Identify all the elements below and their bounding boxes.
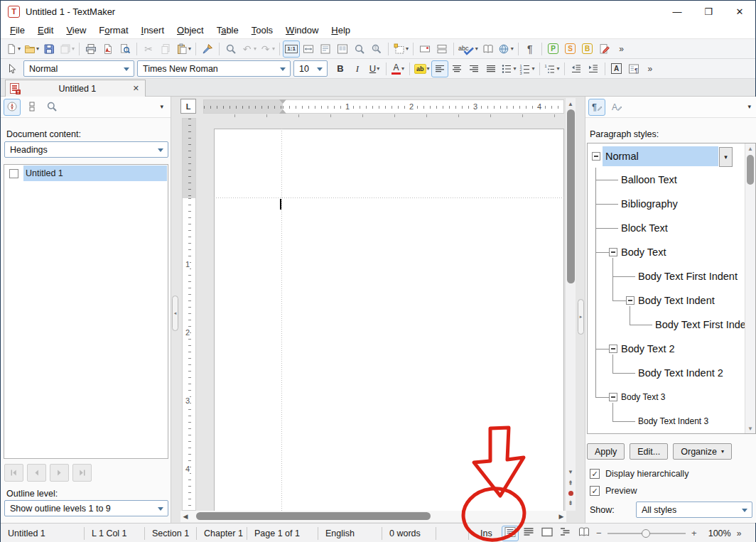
show-styles-select[interactable]: All styles bbox=[636, 502, 752, 518]
zoom-in-button[interactable]: + bbox=[688, 528, 700, 538]
scroll-right-icon[interactable]: ▶ bbox=[556, 513, 566, 520]
scroll-up-icon[interactable]: ▲ bbox=[566, 98, 576, 109]
view-frame-button[interactable] bbox=[539, 526, 556, 541]
numbered-caret-icon[interactable]: ▾ bbox=[532, 65, 535, 72]
style-name[interactable]: Body Text Indent 2 bbox=[638, 367, 723, 379]
edit-button[interactable]: Edit... bbox=[630, 443, 668, 460]
save-all-caret-icon[interactable]: ▾ bbox=[72, 45, 75, 52]
font-color-caret-icon[interactable]: ▾ bbox=[401, 65, 404, 72]
outline-list-button[interactable]: 1▾ bbox=[543, 60, 561, 77]
thesaurus-button[interactable] bbox=[480, 40, 497, 58]
new-document-button[interactable]: ▾ bbox=[4, 40, 22, 58]
panel-search-button[interactable] bbox=[43, 99, 60, 116]
next-page-button[interactable]: ⇟ bbox=[566, 497, 576, 508]
menu-table[interactable]: Table bbox=[210, 23, 245, 37]
insert-frame-button[interactable]: ▾ bbox=[392, 40, 410, 58]
new-document-caret-icon[interactable]: ▾ bbox=[18, 45, 21, 52]
open-folder-caret-icon[interactable]: ▾ bbox=[36, 45, 39, 52]
outline-level-select[interactable]: Show outline levels 1 to 9 bbox=[4, 500, 168, 516]
style-name[interactable]: Normal bbox=[603, 146, 718, 166]
font-size-select[interactable]: 10 bbox=[293, 60, 328, 77]
comment-button[interactable] bbox=[416, 40, 433, 58]
magnifier-plus-button[interactable] bbox=[368, 40, 385, 58]
style-name[interactable]: Body Text bbox=[621, 246, 666, 258]
decrease-indent-button[interactable] bbox=[568, 60, 585, 77]
panel-menu-chevron-icon[interactable]: ▾ bbox=[160, 103, 163, 110]
menu-file[interactable]: File bbox=[4, 23, 31, 37]
menu-window[interactable]: Window bbox=[279, 23, 325, 37]
minimize-button[interactable]: — bbox=[662, 1, 693, 22]
style-tree-item[interactable]: Body Text Indent 3 bbox=[588, 409, 745, 433]
list-item[interactable]: Untitled 1 bbox=[5, 166, 167, 181]
horizontal-ruler[interactable]: 1234 bbox=[203, 99, 564, 114]
zoom-page-width-button[interactable] bbox=[300, 40, 317, 58]
zoom-level[interactable]: 100% bbox=[700, 529, 731, 538]
collapse-expander-icon[interactable] bbox=[609, 393, 617, 401]
zoom-actual-button[interactable]: 1:1 bbox=[283, 40, 300, 58]
style-tree-item[interactable]: Body Text 3 bbox=[588, 385, 745, 409]
apply-button[interactable]: Apply bbox=[587, 443, 625, 460]
format-brush-button[interactable] bbox=[199, 40, 216, 58]
style-name[interactable]: Body Text 3 bbox=[621, 392, 665, 402]
style-dropdown-button[interactable]: ▾ bbox=[719, 147, 733, 167]
font-name-select[interactable]: Times New Roman bbox=[137, 60, 291, 77]
underline-button[interactable]: U▾ bbox=[366, 60, 383, 77]
underline-caret-icon[interactable]: ▾ bbox=[377, 65, 379, 72]
document-content-select[interactable]: Headings bbox=[4, 141, 168, 158]
organize-button[interactable]: Organize▾ bbox=[673, 443, 732, 460]
paste-button[interactable]: ▾ bbox=[174, 40, 193, 58]
tree-scroll-down-icon[interactable]: ▼ bbox=[745, 423, 755, 433]
spellcheck-caret-icon[interactable]: ▾ bbox=[475, 45, 478, 52]
menu-help[interactable]: Help bbox=[325, 23, 357, 37]
zoom-slider[interactable] bbox=[608, 526, 686, 541]
style-tree-item[interactable]: Bibliography bbox=[588, 192, 745, 216]
panel-menu-chevron-icon[interactable]: ▾ bbox=[747, 103, 751, 110]
horizontal-scrollbar[interactable]: ◀ ▶ bbox=[180, 511, 566, 522]
right-panel-splitter[interactable]: ▸ bbox=[578, 299, 584, 335]
navigator-compass-button[interactable] bbox=[4, 99, 21, 116]
proof-p-button[interactable]: P bbox=[545, 40, 562, 58]
font-color-button[interactable]: A▾ bbox=[389, 60, 406, 77]
style-name[interactable]: Body Text 2 bbox=[621, 343, 675, 354]
search-button[interactable] bbox=[222, 40, 239, 58]
menu-insert[interactable]: Insert bbox=[135, 23, 171, 37]
status-field[interactable]: Page 1 of 1 bbox=[247, 527, 318, 540]
page-view-button[interactable] bbox=[317, 40, 334, 58]
style-name[interactable]: Block Text bbox=[621, 222, 668, 234]
preview-checkbox[interactable]: ✓Preview bbox=[590, 486, 637, 496]
indent-marker[interactable] bbox=[279, 99, 287, 115]
character-dialog-button[interactable]: A bbox=[608, 60, 625, 77]
status-field[interactable]: Section 1 bbox=[145, 527, 197, 540]
previous-page-button[interactable]: ⇞ bbox=[566, 477, 576, 488]
numbered-list-button[interactable]: 123▾ bbox=[518, 60, 536, 77]
style-tree-item[interactable]: Body Text Indent bbox=[588, 288, 745, 313]
align-right-button[interactable] bbox=[465, 60, 482, 77]
undo-caret-icon[interactable]: ▾ bbox=[254, 45, 256, 52]
menu-object[interactable]: Object bbox=[171, 23, 210, 37]
statusbar-overflow[interactable]: » bbox=[737, 529, 742, 538]
status-field[interactable]: Chapter 1 bbox=[197, 527, 247, 540]
scroll-down-icon[interactable]: ▼ bbox=[566, 466, 576, 477]
paste-caret-icon[interactable]: ▾ bbox=[188, 45, 191, 52]
increase-indent-button[interactable] bbox=[585, 60, 602, 77]
status-field[interactable]: English bbox=[318, 527, 382, 540]
tab-stop-row[interactable] bbox=[203, 114, 564, 117]
track-changes-button[interactable] bbox=[596, 40, 613, 58]
object-mode-button[interactable] bbox=[4, 60, 21, 77]
style-name[interactable]: Bibliography bbox=[621, 198, 678, 210]
multi-column-view-button[interactable] bbox=[334, 40, 351, 58]
toolbar-overflow-button[interactable]: » bbox=[613, 40, 630, 58]
align-justify-button[interactable] bbox=[482, 60, 500, 77]
style-name[interactable]: Body Text Indent 3 bbox=[638, 416, 708, 426]
collapse-expander-icon[interactable] bbox=[609, 345, 617, 353]
section-button[interactable] bbox=[433, 40, 450, 58]
bullet-caret-icon[interactable]: ▾ bbox=[514, 65, 517, 72]
vertical-scroll-thumb[interactable] bbox=[567, 109, 575, 283]
highlight-caret-icon[interactable]: ▾ bbox=[427, 65, 430, 72]
style-tree-item[interactable]: Body Text bbox=[588, 240, 745, 264]
paragraph-styles-button[interactable]: ¶ bbox=[588, 99, 605, 116]
menu-view[interactable]: View bbox=[60, 23, 92, 37]
align-center-button[interactable] bbox=[448, 60, 465, 77]
status-field[interactable]: Untitled 1 bbox=[1, 527, 85, 540]
print-button[interactable] bbox=[82, 40, 99, 58]
